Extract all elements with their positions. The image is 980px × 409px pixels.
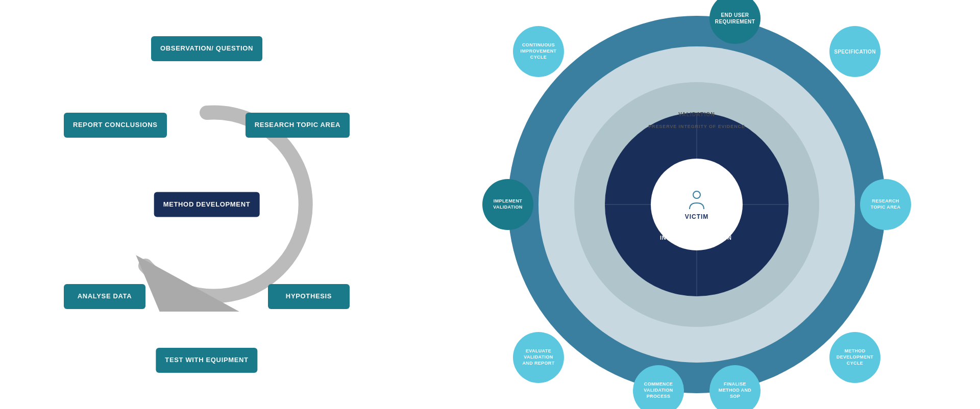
left-diagram: OBSERVATION/ QUESTION RESEARCH TOPIC ARE… [54, 21, 360, 388]
outer-ring: COURTPROCEEDING FIRSTRESPONDER FORENSICE… [508, 16, 886, 393]
center-circle: VICTIM [651, 159, 743, 250]
node-test: TEST WITH EQUIPMENT [156, 348, 257, 373]
mid-ring: COURTPROCEEDING FIRSTRESPONDER FORENSICE… [538, 46, 855, 363]
sat-commence: COMMENCEVALIDATIONPROCESS [633, 365, 684, 409]
sat-specification: SPECIFICATION [829, 26, 880, 77]
node-analyse: ANALYSE DATA [64, 284, 145, 309]
dark-ring: COURTPROCEEDING FIRSTRESPONDER FORENSICE… [605, 113, 789, 296]
sat-finalise: FINALISEMETHOD ANDSOP [709, 365, 761, 409]
sat-end-user: END USERREQUIREMENT [709, 0, 761, 44]
node-report: REPORT CONCLUSIONS [64, 113, 167, 138]
sat-method-dev: METHODDEVELOPMENTCYCLE [829, 332, 880, 383]
node-hypothesis: HYPOTHESIS [268, 284, 350, 309]
sat-implement: IMPLEMENTVALIDATION [482, 179, 533, 230]
node-observation: OBSERVATION/ QUESTION [151, 36, 262, 61]
sat-evaluate: EVALUATEVALIDATIONAND REPORT [513, 332, 564, 383]
svg-point-3 [693, 191, 700, 198]
right-diagram: COURTPROCEEDING FIRSTRESPONDER FORENSICE… [467, 6, 926, 403]
sat-research: RESEARCHTOPIC AREA [860, 179, 911, 230]
inner-ring: COURTPROCEEDING FIRSTRESPONDER FORENSICE… [574, 82, 819, 327]
victim-label: VICTIM [685, 213, 708, 220]
node-method: METHOD DEVELOPMENT [154, 192, 260, 217]
sat-continuous: CONTINUOUSIMPROVEMENTCYCLE [513, 26, 564, 77]
victim-icon [685, 189, 708, 211]
node-research: RESEARCH TOPIC AREA [246, 113, 350, 138]
